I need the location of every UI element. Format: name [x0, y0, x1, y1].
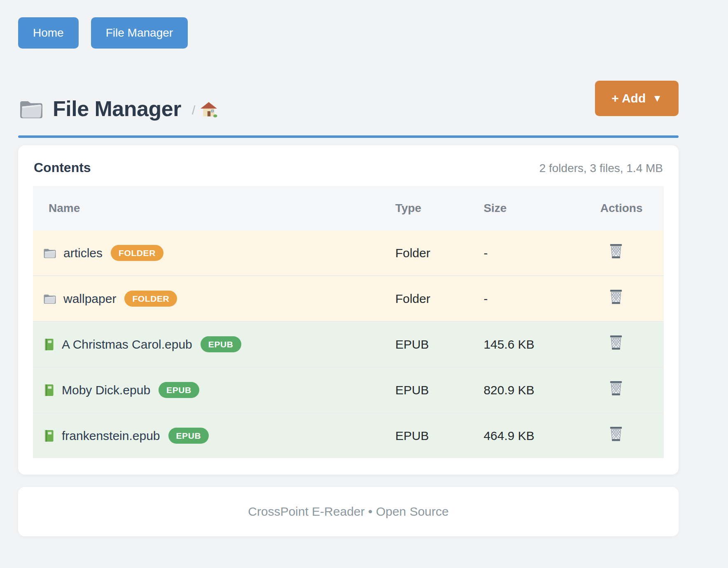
chevron-down-icon: ▼: [652, 93, 662, 103]
trash-icon[interactable]: [609, 380, 623, 397]
file-size: -: [474, 276, 591, 321]
file-name: articles: [63, 246, 103, 260]
book-icon: [43, 383, 55, 397]
file-table: Name Type Size Actions articles FOLDER F…: [33, 186, 664, 458]
folder-icon: [18, 98, 44, 120]
card-header: Contents 2 folders, 3 files, 1.4 MB: [33, 158, 664, 186]
footer-text: CrossPoint E-Reader • Open Source: [248, 505, 448, 519]
folder-icon: [43, 293, 57, 305]
nav-home-button[interactable]: Home: [18, 17, 79, 49]
add-button[interactable]: + Add ▼: [595, 81, 679, 116]
book-icon: [43, 338, 55, 352]
contents-summary: 2 folders, 3 files, 1.4 MB: [539, 162, 663, 175]
table-row[interactable]: wallpaper FOLDER Folder -: [33, 276, 664, 321]
file-type: EPUB: [386, 367, 474, 413]
type-badge: EPUB: [159, 382, 199, 398]
file-name: wallpaper: [63, 292, 116, 306]
column-header-size: Size: [474, 186, 591, 230]
nav-file-manager-button[interactable]: File Manager: [91, 17, 188, 49]
table-row[interactable]: Moby Dick.epub EPUB EPUB 820.9 KB: [33, 367, 664, 413]
folder-icon: [43, 247, 57, 259]
column-header-actions: Actions: [591, 186, 664, 230]
file-type: EPUB: [386, 321, 474, 367]
page-header: File Manager / + Add ▼: [18, 49, 679, 121]
table-row[interactable]: frankenstein.epub EPUB EPUB 464.9 KB: [33, 413, 664, 458]
file-type: EPUB: [386, 413, 474, 458]
type-badge: FOLDER: [124, 291, 177, 307]
book-icon: [43, 429, 55, 443]
title-group: File Manager /: [18, 81, 217, 121]
type-badge: EPUB: [201, 336, 241, 352]
table-header-row: Name Type Size Actions: [33, 186, 664, 230]
page-title: File Manager: [53, 97, 181, 121]
contents-card: Contents 2 folders, 3 files, 1.4 MB Name…: [18, 145, 679, 475]
title-divider: [18, 135, 679, 138]
file-size: 145.6 KB: [474, 321, 591, 367]
contents-heading: Contents: [34, 160, 91, 175]
add-button-label: + Add: [611, 91, 646, 105]
table-row[interactable]: A Christmas Carol.epub EPUB EPUB 145.6 K…: [33, 321, 664, 367]
breadcrumb-separator: /: [192, 103, 195, 117]
file-size: -: [474, 230, 591, 276]
top-nav: Home File Manager: [18, 0, 679, 49]
page: Home File Manager File Manager / + Add ▼…: [0, 0, 728, 536]
trash-icon[interactable]: [609, 243, 623, 260]
footer: CrossPoint E-Reader • Open Source: [18, 487, 679, 536]
file-type: Folder: [386, 230, 474, 276]
file-name: A Christmas Carol.epub: [62, 338, 192, 352]
trash-icon[interactable]: [609, 335, 623, 351]
trash-icon[interactable]: [609, 289, 623, 305]
type-badge: EPUB: [168, 428, 209, 444]
file-name: frankenstein.epub: [62, 429, 160, 443]
file-name: Moby Dick.epub: [62, 383, 150, 397]
file-size: 464.9 KB: [474, 413, 591, 458]
file-size: 820.9 KB: [474, 367, 591, 413]
home-icon[interactable]: [200, 102, 217, 118]
column-header-type: Type: [386, 186, 474, 230]
file-type: Folder: [386, 276, 474, 321]
trash-icon[interactable]: [609, 426, 623, 442]
type-badge: FOLDER: [111, 245, 163, 261]
column-header-name: Name: [33, 186, 386, 230]
table-row[interactable]: articles FOLDER Folder -: [33, 230, 664, 276]
